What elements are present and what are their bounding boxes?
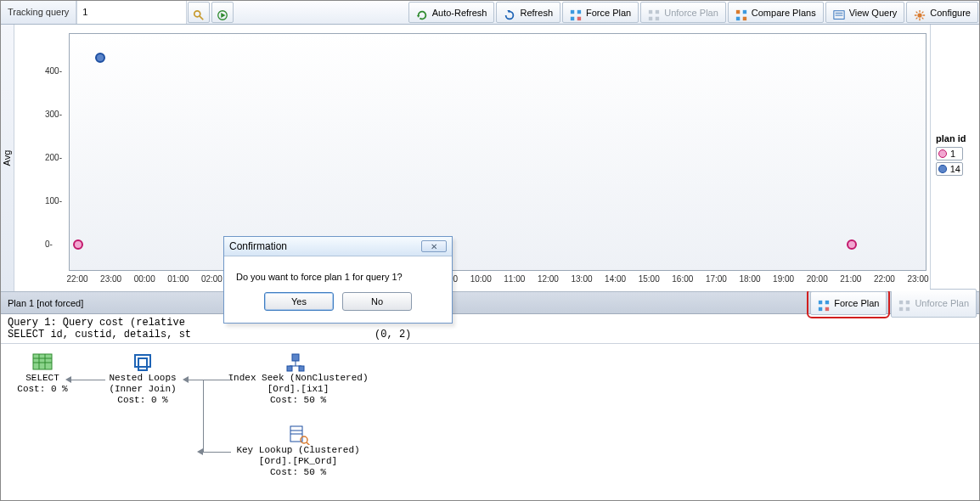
x-tick: 22:00 xyxy=(66,274,87,284)
svg-rect-28 xyxy=(899,307,903,310)
tracking-query-input[interactable]: 1 xyxy=(76,1,187,24)
compare-plans-icon xyxy=(735,7,747,19)
svg-rect-11 xyxy=(656,9,659,13)
plan-node-index-seek[interactable]: Index Seek (NonClustered) [Ord].[ix1] Co… xyxy=(222,352,375,406)
x-tick: 10:00 xyxy=(470,274,492,284)
unforce-plan-icon xyxy=(648,7,660,19)
legend-item-14[interactable]: 14 xyxy=(936,162,963,176)
x-tick: 20:00 xyxy=(807,274,828,284)
force-plan-label: Force Plan xyxy=(586,2,631,24)
key-lookup-icon xyxy=(285,425,311,445)
svg-marker-4 xyxy=(417,15,420,18)
svg-rect-37 xyxy=(292,354,299,361)
tracking-query-label: Tracking query xyxy=(1,1,76,24)
y-tick: 200- xyxy=(45,152,62,161)
search-icon xyxy=(193,7,205,19)
svg-rect-35 xyxy=(135,355,150,367)
x-tick: 15:00 xyxy=(639,274,660,284)
close-icon: ✕ xyxy=(431,242,437,251)
svg-rect-26 xyxy=(899,300,903,303)
svg-rect-13 xyxy=(656,16,659,20)
plan-node-select[interactable]: SELECT Cost: 0 % xyxy=(13,352,72,395)
svg-rect-17 xyxy=(743,16,746,20)
plan-node-key-lookup[interactable]: Key Lookup (Clustered) [Ord].[PK_Ord] Co… xyxy=(222,425,375,478)
view-query-button[interactable]: View Query xyxy=(825,2,905,23)
svg-line-1 xyxy=(200,15,203,19)
x-tick: 18:00 xyxy=(739,274,760,284)
force-plan-icon xyxy=(570,7,582,19)
data-point[interactable] xyxy=(95,53,105,63)
y-tick: 0- xyxy=(45,239,53,249)
unforce-plan-label: Unforce Plan xyxy=(664,2,718,24)
auto-refresh-label: Auto-Refresh xyxy=(432,2,487,24)
auto-refresh-icon xyxy=(416,7,428,19)
x-tick: 11:00 xyxy=(504,274,525,284)
svg-rect-27 xyxy=(906,300,910,303)
view-query-label: View Query xyxy=(849,2,898,24)
configure-icon xyxy=(914,7,926,19)
chart-area[interactable]: 0-100-200-300-400-22:0023:0000:0001:0002… xyxy=(14,25,930,291)
force-plan-icon xyxy=(818,297,830,309)
data-point[interactable] xyxy=(847,239,857,250)
nested-loops-icon xyxy=(130,352,155,373)
x-tick: 12:00 xyxy=(538,274,559,284)
dialog-title-bar[interactable]: Confirmation ✕ xyxy=(224,237,452,256)
svg-rect-22 xyxy=(819,300,822,303)
legend-item-1[interactable]: 1 xyxy=(936,147,963,160)
execution-plan-canvas[interactable]: SELECT Cost: 0 % Nested Loops (Inner Joi… xyxy=(1,344,979,493)
legend-label-14: 14 xyxy=(950,164,960,174)
x-tick: 22:00 xyxy=(874,274,895,284)
legend-label-1: 1 xyxy=(950,149,955,159)
svg-rect-40 xyxy=(287,366,292,371)
unforce-plan-button-plan[interactable]: Unforce Plan xyxy=(891,289,977,318)
svg-rect-24 xyxy=(819,307,822,310)
svg-rect-29 xyxy=(906,307,910,310)
x-tick: 13:00 xyxy=(571,274,592,284)
dialog-yes-button[interactable]: Yes xyxy=(264,292,334,311)
svg-rect-41 xyxy=(299,366,304,371)
dialog-close-button[interactable]: ✕ xyxy=(421,240,447,252)
play-icon xyxy=(217,7,228,19)
svg-rect-7 xyxy=(577,9,581,13)
force-plan-label: Force Plan xyxy=(834,292,879,314)
x-tick: 16:00 xyxy=(672,274,693,284)
dialog-title: Confirmation xyxy=(229,240,287,252)
svg-rect-25 xyxy=(825,307,829,310)
x-tick: 23:00 xyxy=(100,274,121,284)
auto-refresh-button[interactable]: Auto-Refresh xyxy=(408,2,495,23)
unforce-plan-button-top[interactable]: Unforce Plan xyxy=(640,2,726,23)
svg-rect-16 xyxy=(736,16,740,20)
chart-legend: plan id 1 14 xyxy=(930,25,979,291)
index-seek-icon xyxy=(285,352,311,373)
svg-rect-8 xyxy=(571,16,574,20)
x-tick: 01:00 xyxy=(167,274,189,284)
svg-rect-30 xyxy=(33,354,52,369)
refresh-button[interactable]: Refresh xyxy=(496,2,560,23)
unforce-plan-icon xyxy=(898,297,910,309)
legend-swatch-blue xyxy=(938,165,947,173)
force-plan-highlight: Force Plan xyxy=(807,288,890,318)
svg-rect-14 xyxy=(736,9,740,13)
svg-marker-3 xyxy=(222,12,226,17)
plan-node-nested-loops[interactable]: Nested Loops (Inner Join) Cost: 0 % xyxy=(96,352,189,406)
chart-y-axis-label: Avg xyxy=(1,25,14,291)
plan-header-title: Plan 1 [not forced] xyxy=(8,298,83,308)
select-icon xyxy=(30,352,55,373)
chart-plot[interactable] xyxy=(69,33,926,271)
x-tick: 17:00 xyxy=(706,274,727,284)
run-button[interactable] xyxy=(211,2,234,23)
force-plan-button-plan[interactable]: Force Plan xyxy=(810,291,887,315)
svg-rect-23 xyxy=(825,300,829,303)
search-button[interactable] xyxy=(188,2,210,23)
confirmation-dialog: Confirmation ✕ Do you want to force plan… xyxy=(223,236,453,324)
refresh-icon xyxy=(504,7,515,19)
compare-plans-button[interactable]: Compare Plans xyxy=(728,2,824,23)
force-plan-button-top[interactable]: Force Plan xyxy=(562,2,639,23)
svg-point-21 xyxy=(918,13,922,17)
data-point[interactable] xyxy=(73,239,83,250)
dialog-message: Do you want to force plan 1 for query 1? xyxy=(224,256,452,292)
dialog-no-button[interactable]: No xyxy=(342,292,412,311)
x-tick: 14:00 xyxy=(605,274,626,284)
configure-button[interactable]: Configure xyxy=(906,2,978,23)
y-tick: 300- xyxy=(45,109,62,118)
